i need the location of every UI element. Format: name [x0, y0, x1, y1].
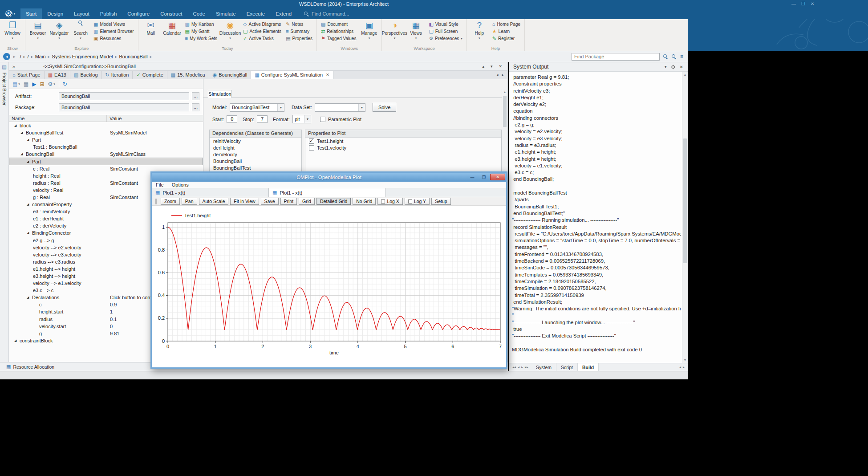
parametric-plot-checkbox[interactable]	[320, 117, 325, 122]
format-combobox[interactable]: plt ▼	[292, 115, 311, 123]
minimize-button[interactable]: —	[791, 2, 796, 6]
breadcrumb-item[interactable]: Main	[35, 54, 46, 59]
minimize-button[interactable]: —	[467, 174, 478, 180]
close-icon[interactable]: ✕	[680, 65, 683, 69]
my-work-sets-button[interactable]: ≡My Work Sets	[185, 36, 217, 41]
notes-button[interactable]: ✎Notes	[286, 22, 312, 27]
breadcrumb-item[interactable]: /	[20, 54, 21, 59]
menu-file[interactable]: File	[156, 182, 164, 187]
dependency-item[interactable]: derVelocity	[210, 151, 301, 158]
maximize-button[interactable]: ❐	[801, 2, 805, 6]
ribbon-tab-execute[interactable]: Execute	[241, 8, 271, 19]
active-diagrams-button[interactable]: ◇Active Diagrams	[243, 22, 281, 27]
log-y-button[interactable]: Log Y	[405, 198, 430, 205]
active-tasks-button[interactable]: ✓Active Tasks	[243, 36, 281, 41]
find-command[interactable]: Find Command...	[304, 8, 349, 19]
overflow-chevron-icon[interactable]: »	[12, 64, 15, 69]
plot-tab-2[interactable]: ▦Plot1 - x(t)	[269, 188, 386, 197]
expand-arrow-icon[interactable]: ◢	[27, 203, 30, 206]
collapse-icon[interactable]: ▴	[482, 64, 484, 69]
mail-button[interactable]: ✉Mail	[140, 20, 162, 36]
pin-icon[interactable]	[671, 65, 675, 69]
model-combobox[interactable]: BouncingBallTest ▼	[230, 103, 284, 112]
menu-icon[interactable]: ≡	[680, 53, 683, 60]
expand-arrow-icon[interactable]: ◢	[20, 152, 24, 156]
dataset-combobox[interactable]: ▼	[315, 103, 365, 112]
perspectives-button[interactable]: ◑Perspectives▾	[384, 20, 405, 41]
plot-area[interactable]: 0123456700.20.40.60.81timeTest1.height	[152, 206, 506, 367]
ribbon-tab-configure[interactable]: Configure	[122, 8, 155, 19]
dependency-item[interactable]: reinitVelocity	[210, 138, 301, 144]
resource-allocation-tab[interactable]: Resource Allocation	[13, 364, 54, 370]
chevron-down-icon[interactable]: ▾	[665, 65, 667, 69]
my-gantt-button[interactable]: ▤My Gantt	[185, 29, 217, 34]
search-icon[interactable]	[663, 54, 668, 59]
document-tab-ea13[interactable]: ▦EA13	[45, 71, 70, 79]
forward-button[interactable]: ▸	[13, 54, 16, 59]
advanced-search-icon[interactable]	[672, 54, 677, 59]
tab-scroll-left-icon[interactable]: ◂	[496, 73, 499, 77]
close-icon[interactable]: ✕	[499, 64, 502, 69]
last-tab-icon[interactable]: ▸▸	[525, 365, 528, 369]
close-button[interactable]: ✕	[490, 174, 505, 180]
help-button[interactable]: ?Help▾	[469, 20, 490, 41]
discussion-button[interactable]: ◉Discussion▾	[219, 20, 241, 41]
package-browse-button[interactable]: …	[192, 103, 199, 111]
package-button[interactable]: ⊞	[40, 81, 44, 87]
stop-input[interactable]: 7	[257, 115, 268, 123]
solve-button[interactable]: Solve	[373, 103, 397, 112]
tab-scroll-left-icon[interactable]: ◂	[679, 365, 681, 369]
active-elements-button[interactable]: ▢Active Elements	[243, 29, 281, 34]
dependency-item[interactable]: BouncingBall	[210, 158, 301, 164]
browser-button[interactable]: ▤Browser▾	[27, 20, 49, 41]
print-button[interactable]: Print	[280, 198, 297, 205]
ribbon-tab-design[interactable]: Design	[42, 8, 69, 19]
tree-row-test1-bouncingball[interactable]: Test1 : BouncingBall	[9, 143, 203, 151]
element-browser-button[interactable]: ▥Element Browser	[93, 29, 134, 34]
document-tab-start-page[interactable]: ⌂Start Page	[9, 71, 45, 79]
output-tab-script[interactable]: Script	[556, 363, 578, 371]
views-button[interactable]: ▦Views▾	[405, 20, 426, 41]
auto-scale-button[interactable]: Auto Scale	[199, 198, 229, 205]
plot-canvas[interactable]: 0123456700.20.40.60.81timeTest1.height	[152, 206, 506, 367]
tree-row-bouncingballtest[interactable]: ◢BouncingBallTestSysMLSimModel	[9, 129, 203, 136]
log-y-checkbox[interactable]	[408, 199, 412, 203]
expand-arrow-icon[interactable]: ◢	[20, 131, 24, 134]
search-button[interactable]: Search▾	[70, 20, 91, 41]
package-field[interactable]: BouncingBall	[59, 103, 189, 111]
chevron-down-icon[interactable]: ▼	[304, 115, 311, 123]
toolbar-grip[interactable]	[155, 199, 157, 204]
expand-arrow-icon[interactable]: ◢	[14, 124, 18, 127]
tree-row-bouncingball[interactable]: ◢BouncingBallSysMLSimClass	[9, 151, 203, 158]
setup-button[interactable]: Setup	[431, 198, 450, 205]
new-document-button[interactable]: ▤▾	[12, 81, 20, 87]
full-screen-button[interactable]: ▢Full Screen	[429, 29, 462, 34]
model-views-button[interactable]: ▦Model Views	[93, 22, 134, 27]
window-button[interactable]: ❐Window▾	[2, 20, 23, 41]
save-button[interactable]: ▦	[24, 81, 28, 87]
scroll-up-icon[interactable]: ▲	[502, 89, 507, 95]
ribbon-tab-start[interactable]: Start	[20, 8, 42, 19]
pan-button[interactable]: Pan	[182, 198, 197, 205]
breadcrumb-item[interactable]: /	[28, 54, 29, 59]
artifact-field[interactable]: BouncingBall	[59, 92, 189, 100]
project-browser-strip[interactable]: ▤ Project Browser	[0, 62, 9, 362]
tab-simulation[interactable]: Simulation	[208, 90, 232, 98]
start-input[interactable]: 0	[227, 115, 237, 123]
manage-button[interactable]: ▣Manage▾	[358, 20, 380, 41]
run-button[interactable]: ▶	[32, 81, 36, 87]
ribbon-tab-simulate[interactable]: Simulate	[211, 8, 241, 19]
document-tab-backlog[interactable]: ▥Backlog	[70, 71, 102, 79]
generate-button[interactable]: ⚙▾	[48, 81, 55, 87]
output-tab-system[interactable]: System	[531, 363, 556, 371]
breadcrumb-item[interactable]: BouncingBall	[119, 54, 148, 59]
resources-button[interactable]: ▣Resources	[93, 36, 134, 41]
fit-in-view-button[interactable]: Fit in View	[230, 198, 259, 205]
scrollbar[interactable]: ▲ ▼	[682, 72, 688, 363]
ribbon-tab-extend[interactable]: Extend	[270, 8, 297, 19]
register-button[interactable]: ✎Register	[492, 36, 520, 41]
plot-property-item[interactable]: Test1.height	[305, 138, 501, 144]
relationships-button[interactable]: ⇄Relationships	[321, 29, 356, 34]
save-button[interactable]: Save	[261, 198, 279, 205]
expand-arrow-icon[interactable]: ◢	[14, 339, 18, 342]
